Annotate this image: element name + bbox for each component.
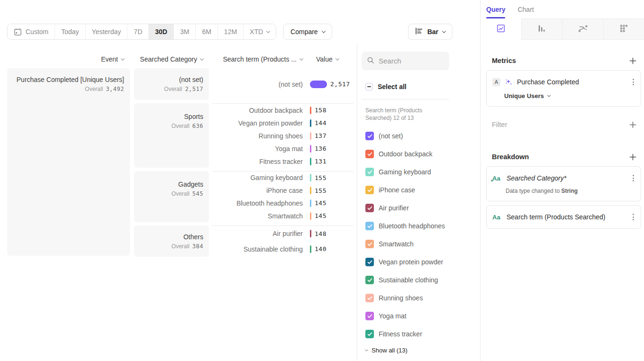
column-header-value[interactable]: Value xyxy=(316,55,339,63)
term-row[interactable]: Running shoes137 xyxy=(212,130,354,142)
term-label: Smartwatch xyxy=(212,212,303,220)
category-cell[interactable]: OthersOverall384 xyxy=(134,226,209,257)
chart-type-flows-tab[interactable] xyxy=(562,18,603,40)
term-row[interactable]: Outdoor backpack158 xyxy=(212,104,354,117)
breakdown-card-searched-category[interactable]: Aa* Searched Category* Data type changed… xyxy=(486,166,641,201)
chart-type-strip xyxy=(481,18,644,40)
series-checkbox[interactable] xyxy=(365,330,374,338)
value-number: 145 xyxy=(315,199,327,207)
value-bar xyxy=(310,119,311,127)
legend-item-label: Fitness tracker xyxy=(379,330,422,338)
category-cell[interactable]: GadgetsOverall545 xyxy=(134,171,209,222)
series-checkbox[interactable] xyxy=(365,186,374,194)
legend-item[interactable]: Outdoor backpack xyxy=(362,145,480,163)
date-range-7d[interactable]: 7D xyxy=(127,24,148,39)
event-cell[interactable]: Purchase Completed [Unique Users] Overal… xyxy=(7,68,130,256)
breakdown-table: Event Searched Category Search term (Pro… xyxy=(0,43,357,361)
metric-options-menu[interactable] xyxy=(632,77,635,87)
term-row[interactable]: iPhone case155 xyxy=(212,184,354,197)
value-bar-group: 136 xyxy=(310,145,327,153)
category-name: (not set) xyxy=(134,76,203,83)
compare-button[interactable]: Compare xyxy=(283,24,332,40)
date-range-label: Today xyxy=(61,28,79,36)
modified-star-icon: * xyxy=(491,179,493,184)
breakdown-options-menu[interactable] xyxy=(632,173,635,183)
legend-item-label: Yoga mat xyxy=(379,312,407,320)
legend-item[interactable]: Sustainable clothing xyxy=(362,271,480,289)
date-range-custom[interactable]: Custom xyxy=(8,24,54,39)
metrics-title: Metrics xyxy=(492,57,516,64)
chart-type-bar-tab[interactable] xyxy=(521,18,562,40)
legend-item[interactable]: Air purifier xyxy=(362,199,480,217)
legend-search-input[interactable] xyxy=(379,57,440,65)
legend-item[interactable]: Gaming keyboard xyxy=(362,163,480,181)
calendar-icon xyxy=(14,28,22,36)
series-checkbox[interactable] xyxy=(365,132,374,140)
date-range-xtd[interactable]: XTD xyxy=(243,24,276,39)
breakdown-title: Breakdown xyxy=(492,153,529,161)
term-row[interactable]: Gaming keyboard155 xyxy=(212,171,354,184)
column-header-category[interactable]: Searched Category xyxy=(134,55,209,63)
breakdown-card-search-term[interactable]: Aa Search term (Products Searched) xyxy=(486,205,641,229)
legend-item[interactable]: Bluetooth headphones xyxy=(362,217,480,235)
date-range-12m[interactable]: 12M xyxy=(218,24,243,39)
sidebar-tabs: Query Chart xyxy=(481,0,644,18)
series-checkbox[interactable] xyxy=(365,222,374,230)
legend-item[interactable]: Running shoes xyxy=(362,289,480,307)
date-range-today[interactable]: Today xyxy=(54,24,85,39)
date-range-yesterday[interactable]: Yesterday xyxy=(85,24,127,39)
category-cell[interactable]: SportsOverall636 xyxy=(134,103,209,168)
date-range-3m[interactable]: 3M xyxy=(173,24,195,39)
term-row[interactable]: Sustainable clothing140 xyxy=(212,243,354,255)
tab-chart[interactable]: Chart xyxy=(517,6,534,13)
breakdown-card-row: Aa Search term (Products Searched) xyxy=(492,212,635,222)
term-row[interactable]: Smartwatch145 xyxy=(212,210,354,222)
term-row[interactable]: Air purifier148 xyxy=(212,227,354,240)
select-all-row[interactable]: Select all xyxy=(362,83,480,90)
series-checkbox[interactable] xyxy=(365,168,374,176)
series-checkbox[interactable] xyxy=(365,258,374,266)
column-header-search-term[interactable]: Search term (Products ... xyxy=(212,55,303,63)
term-row[interactable]: (not set)2,517 xyxy=(212,78,354,90)
chart-type-insights-tab[interactable] xyxy=(481,18,521,40)
add-breakdown-button[interactable] xyxy=(629,153,636,161)
toolbar: CustomTodayYesterday7D30D3M6M12MXTD Comp… xyxy=(0,0,480,40)
add-metric-button[interactable] xyxy=(629,57,636,64)
value-bar-group: 158 xyxy=(310,107,327,114)
series-checkbox[interactable] xyxy=(365,276,374,284)
tab-query[interactable]: Query xyxy=(486,6,505,13)
chart-style-button[interactable]: Bar xyxy=(408,24,453,40)
metric-card[interactable]: A Purchase Completed Unique Users xyxy=(486,70,641,107)
series-checkbox[interactable] xyxy=(365,240,374,248)
select-all-checkbox[interactable] xyxy=(365,83,373,90)
date-range-6m[interactable]: 6M xyxy=(195,24,217,39)
series-checkbox[interactable] xyxy=(365,204,374,212)
legend-item[interactable]: (not set) xyxy=(362,127,480,145)
term-row[interactable]: Yoga mat136 xyxy=(212,143,354,155)
date-range-30d[interactable]: 30D xyxy=(148,24,173,39)
column-header-event[interactable]: Event xyxy=(7,55,130,63)
term-label: Gaming keyboard xyxy=(212,174,303,181)
legend-item[interactable]: Yoga mat xyxy=(362,307,480,325)
legend-item-label: iPhone case xyxy=(379,186,415,194)
legend-item[interactable]: iPhone case xyxy=(362,181,480,199)
series-checkbox[interactable] xyxy=(365,150,374,158)
series-checkbox[interactable] xyxy=(365,312,374,320)
term-rows: Gaming keyboard155iPhone case155Bluetoot… xyxy=(212,171,354,222)
legend-item[interactable]: Fitness tracker xyxy=(362,325,480,343)
chart-type-retention-tab[interactable] xyxy=(603,18,644,40)
legend-item[interactable]: Vegan protein powder xyxy=(362,253,480,271)
category-cell[interactable]: (not set)Overall2,517 xyxy=(134,68,209,100)
legend-item[interactable]: Smartwatch xyxy=(362,235,480,253)
term-row[interactable]: Fitness tracker131 xyxy=(212,155,354,168)
term-row[interactable]: Vegan protein powder144 xyxy=(212,117,354,129)
show-all-button[interactable]: Show all (13) xyxy=(362,347,480,354)
term-row[interactable]: Bluetooth headphones145 xyxy=(212,197,354,209)
metric-aggregation-dropdown[interactable]: Unique Users xyxy=(504,92,635,99)
breakdown-options-menu[interactable] xyxy=(632,212,635,222)
add-filter-button[interactable] xyxy=(629,121,636,128)
show-all-label: Show all (13) xyxy=(372,347,408,354)
compare-label: Compare xyxy=(290,28,318,36)
legend-panel: Select all Search term (Products Searche… xyxy=(357,43,480,361)
series-checkbox[interactable] xyxy=(365,294,374,302)
